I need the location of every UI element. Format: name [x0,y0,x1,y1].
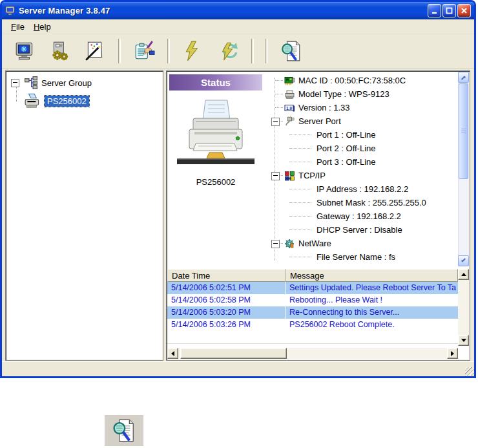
log-message: Rebooting... Please Wait ! [286,294,458,306]
menu-item[interactable]: File [6,21,29,33]
resize-grip[interactable] [465,367,473,376]
tree-item-label: MAC ID : 00:50:FC:73:58:0C [298,76,406,85]
scroll-left-button[interactable] [167,348,178,359]
log-datetime: 5/14/2006 5:03:26 PM [167,319,286,331]
server-manager-window: Server Manager 3.8.47 FileHelp [0,0,476,378]
arrow-right-icon [451,351,454,356]
tree-item-icon [284,76,295,86]
tree-item-icon [284,89,295,100]
server-tree: Server Group PS256002 [6,71,163,360]
server-tree-panel: Server Group PS256002 [5,70,163,361]
close-button[interactable] [457,4,471,17]
maximize-icon [445,6,453,15]
tree-item-server[interactable]: PS256002 [24,93,89,109]
tree-item-icon [284,171,295,181]
setup-button[interactable] [47,38,73,64]
column-header-message[interactable]: Message [286,269,458,282]
tree-item-label: Model Type : WPS-9123 [298,89,390,99]
printer-device-icon [176,98,256,171]
scroll-down-button[interactable] [458,335,469,346]
collapse-expander-icon[interactable] [271,172,280,180]
status-tree-item[interactable]: Port 1 : Off-Line [265,128,458,142]
report-button-floating[interactable] [105,415,143,446]
collapse-expander-icon[interactable] [11,79,19,87]
scroll-up-button[interactable] [458,269,469,280]
log-divider [167,343,458,344]
log-message: PS256002 Reboot Complete. [286,319,458,331]
screen: Server Manager 3.8.47 FileHelp [0,0,478,448]
tree-item-label: Gateway : 192.168.2.2 [317,211,401,221]
status-tree-item[interactable]: Model Type : WPS-9123 [265,87,458,101]
status-tree-item[interactable]: Gateway : 192.168.2.2 [265,209,458,223]
log-row[interactable]: 5/14/2006 5:03:20 PM Re-Connecting to th… [167,306,458,319]
collapse-expander-icon[interactable] [271,118,280,126]
menubar: FileHelp [2,19,474,34]
minimize-icon [430,6,439,15]
tree-item-server-group[interactable]: Server Group [11,76,92,89]
tree-item-label: Port 1 : Off-Line [317,130,376,140]
toolbar-separator [265,39,268,63]
status-tree-item[interactable]: DHCP Server : Disable [265,223,458,237]
status-panel: Status PS256002 MAC ID : 00:50:FC:73:58:… [166,70,470,361]
scroll-right-button[interactable] [447,348,458,359]
log-datetime: 5/14/2006 5:03:20 PM [167,306,286,319]
log-row[interactable]: 5/14/2006 5:02:51 PM Settings Updated. P… [167,282,458,294]
menu-item[interactable]: Help [29,21,56,33]
tree-item-label: Server Port [298,116,341,126]
status-tree-item[interactable]: MAC ID : 00:50:FC:73:58:0C [265,74,458,87]
log-horizontal-scrollbar[interactable] [167,348,458,359]
tree-item-label: Port 3 : Off-Line [317,157,376,167]
log-vertical-scrollbar[interactable] [458,269,469,346]
scroll-up-button[interactable] [458,72,469,83]
wizard-button[interactable] [82,38,108,64]
status-tree-item[interactable]: Server Port [265,114,458,128]
log-message: Re-Connecting to this Server... [286,306,458,319]
report-icon [112,418,136,443]
toolbar [2,34,474,69]
apply-icon [182,40,204,62]
server-group-label: Server Group [41,78,92,88]
toolbar-separator [251,39,254,63]
status-tree-item[interactable]: Subnet Mask : 255.255.255.0 [265,196,458,209]
log-table-header: Date Time Message [167,269,458,282]
log-datetime: 5/14/2006 5:02:51 PM [167,282,286,294]
scrollbar-thumb[interactable] [459,83,468,179]
titlebar[interactable]: Server Manager 3.8.47 [2,2,474,19]
log-datetime: 5/14/2006 5:02:58 PM [167,294,286,306]
arrow-left-icon [171,351,174,356]
apply-button[interactable] [180,38,206,64]
close-icon [460,6,468,15]
log-row[interactable]: 5/14/2006 5:03:26 PM PS256002 Reboot Com… [167,319,458,331]
tree-item-icon [284,239,295,249]
status-detail-tree: MAC ID : 00:50:FC:73:58:0C Model Type : … [265,74,458,266]
status-tree-item[interactable]: File Server Name : fs [265,250,458,264]
app-icon [5,6,16,16]
chevron-up-icon [461,76,466,80]
wizard-icon [84,40,106,62]
maximize-button[interactable] [442,4,456,17]
refresh-button[interactable] [215,38,241,64]
status-tree-item[interactable]: TCP/IP [265,169,458,182]
detail-tree-scrollbar[interactable] [458,72,469,266]
log-row[interactable]: 5/14/2006 5:02:58 PM Rebooting... Please… [167,294,458,306]
tree-item-label: Version : 1.33 [298,103,350,112]
configuration-icon [133,40,155,62]
log-message: Settings Updated. Please Reboot Server T… [286,282,458,294]
status-bar [2,361,474,376]
printer-icon [24,93,42,109]
status-tree-item[interactable]: NetWare [265,237,458,250]
collapse-expander-icon[interactable] [271,240,280,248]
device-view-button[interactable] [12,38,38,64]
device-name-label: PS256002 [176,177,256,187]
scroll-down-button[interactable] [458,255,469,266]
report-button[interactable] [278,38,304,64]
column-header-datetime[interactable]: Date Time [167,269,286,282]
status-tree-item[interactable]: Port 3 : Off-Line [265,155,458,169]
scrollbar-thumb[interactable] [180,348,287,359]
minimize-button[interactable] [428,4,441,17]
refresh-icon [217,40,239,62]
status-tree-item[interactable]: IP Address : 192.168.2.2 [265,182,458,196]
configuration-button[interactable] [131,38,157,64]
status-tree-item[interactable]: Version : 1.33 [265,101,458,114]
status-tree-item[interactable]: Port 2 : Off-Line [265,142,458,155]
